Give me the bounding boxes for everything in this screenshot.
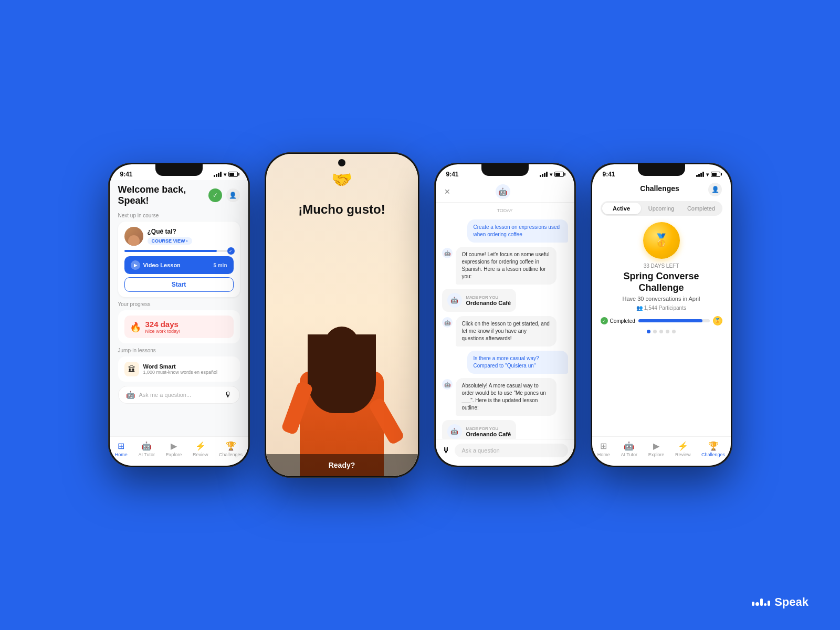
explore-icon-4: ▶ xyxy=(653,441,659,451)
mfy-content-1: MADE FOR YOU Ordenando Café xyxy=(466,295,511,306)
course-info: ¿Qué tal? COURSE VIEW › xyxy=(148,228,234,245)
battery-icon-4 xyxy=(711,172,720,177)
challenge-bar-fill xyxy=(638,319,702,322)
made-for-you-2[interactable]: 🤖 MADE FOR YOU Ordenando Café xyxy=(442,420,517,439)
bot-row-2: 🤖 Click on the lesson to get started, an… xyxy=(442,316,568,346)
challenges-icon: 🏆 xyxy=(226,441,236,451)
nav4-explore-label: Explore xyxy=(648,452,665,457)
tab-active[interactable]: Active xyxy=(602,203,641,214)
status-icons-3: ▾ xyxy=(540,172,564,177)
dot-2 xyxy=(653,330,657,333)
phone3-notch xyxy=(481,164,529,176)
nav4-review[interactable]: ⚡ Review xyxy=(675,441,691,457)
tab-completed[interactable]: Completed xyxy=(682,203,721,214)
nav-challenges-label: Challenges xyxy=(219,452,243,457)
home-icon: ⊞ xyxy=(118,441,124,451)
streak-row: 🔥 324 days Nice work today! xyxy=(124,316,234,338)
jump-item[interactable]: 🏛 Word Smart 1,000 must-know words en es… xyxy=(124,362,234,376)
wifi-icon-3: ▾ xyxy=(550,172,552,177)
mfy-content-2: MADE FOR YOU Ordenando Café xyxy=(466,426,511,437)
course-view-btn[interactable]: COURSE VIEW › xyxy=(148,237,192,245)
profile-icon-4[interactable]: 👤 xyxy=(708,183,722,196)
phone-video: 🤝 ¡Mucho gusto! xyxy=(265,152,419,478)
mfy-label-1: MADE FOR YOU xyxy=(466,295,511,300)
handshake-emoji: 🤝 xyxy=(331,170,352,190)
progress-medal: 🏅 xyxy=(713,316,722,326)
speak-bars xyxy=(752,598,770,606)
nav-challenges[interactable]: 🏆 Challenges xyxy=(219,441,243,457)
phone-notch xyxy=(155,164,203,176)
phone-chat: 9:41 ▾ ✕ 🤖 xyxy=(434,163,576,467)
review-icon-4: ⚡ xyxy=(678,441,688,451)
status-time-4: 9:41 xyxy=(603,171,615,178)
phone4-notch xyxy=(638,164,685,176)
p1-header-icons: ✓ 👤 xyxy=(208,188,240,202)
bar3 xyxy=(218,173,219,177)
person-container: Ready? xyxy=(266,217,418,476)
speak-logo-icon xyxy=(752,598,770,606)
bar-s1 xyxy=(752,602,754,606)
checkmark-icon[interactable]: ✓ xyxy=(208,188,222,202)
jump-sub: 1,000 must-know words en español xyxy=(143,370,218,375)
medal-icon: 🥇 xyxy=(643,222,680,259)
nav-explore[interactable]: ▶ Explore xyxy=(166,441,182,457)
completed-label: ✓ Completed xyxy=(601,317,635,324)
bot-icon: 🤖 xyxy=(496,184,510,199)
progress-check: ✓ xyxy=(227,247,235,255)
chat-header: ✕ 🤖 xyxy=(436,180,574,203)
long-hair xyxy=(308,334,376,413)
nav4-home[interactable]: ⊞ Home xyxy=(597,441,610,457)
participants-count: 1,544 Participants xyxy=(644,305,686,311)
home-icon-4: ⊞ xyxy=(600,441,607,451)
mic-icon[interactable]: 🎙 xyxy=(225,391,232,399)
bot-msg-3: Absolutely! A more casual way to order w… xyxy=(456,378,556,416)
person-figure xyxy=(284,308,400,476)
ai-icon: 🤖 xyxy=(126,391,135,399)
nav-home[interactable]: ⊞ Home xyxy=(115,441,128,457)
jump-title: Word Smart xyxy=(143,363,218,370)
chat-date: TODAY xyxy=(442,208,568,213)
tab-upcoming[interactable]: Upcoming xyxy=(642,203,681,214)
nav-review[interactable]: ⚡ Review xyxy=(193,441,208,457)
nav-home-label: Home xyxy=(115,452,128,457)
made-for-you-1[interactable]: 🤖 MADE FOR YOU Ordenando Café xyxy=(442,289,517,312)
nav4-ai-tutor[interactable]: 🤖 AI Tutor xyxy=(621,441,638,457)
phones-container: 9:41 ▾ Welcome back, xyxy=(87,131,753,499)
lesson-duration: 5 min xyxy=(213,262,227,268)
signal-bars-1 xyxy=(214,172,222,177)
completed-check: ✓ xyxy=(601,317,608,324)
avatar-head xyxy=(128,235,140,246)
nav4-review-label: Review xyxy=(675,452,691,457)
profile-icon[interactable]: 👤 xyxy=(226,188,240,202)
nav4-ai-label: AI Tutor xyxy=(621,452,638,457)
explore-icon: ▶ xyxy=(171,441,177,451)
chat-input[interactable]: Ask a question xyxy=(455,444,568,457)
mic-icon-chat[interactable]: 🎙 xyxy=(442,446,450,455)
mfy-icon-2: 🤖 xyxy=(447,424,462,439)
challenge-tabs: Active Upcoming Completed xyxy=(601,201,722,216)
bot-msg-1: Of course! Let's focus on some useful ex… xyxy=(456,247,556,285)
nav4-explore[interactable]: ▶ Explore xyxy=(648,441,665,457)
course-progress-bar: ✓ xyxy=(124,250,234,252)
bot-row-1: 🤖 Of course! Let's focus on some useful … xyxy=(442,247,568,285)
jump-section: 🏛 Word Smart 1,000 must-know words en es… xyxy=(118,356,240,382)
people-icon: 👥 xyxy=(636,305,643,311)
bot-msg-2: Click on the lesson to get started, and … xyxy=(456,316,556,346)
dot-center xyxy=(755,602,759,606)
mfy-title-1: Ordenando Café xyxy=(466,300,511,306)
ready-overlay[interactable]: Ready? xyxy=(266,454,418,476)
bot-avatar-2: 🤖 xyxy=(442,317,453,328)
p1-header: Welcome back, Speak! ✓ 👤 xyxy=(118,184,240,206)
bot-row-3: 🤖 Absolutely! A more casual way to order… xyxy=(442,378,568,416)
nav4-challenges[interactable]: 🏆 Challenges xyxy=(701,441,725,457)
bottom-nav-4: ⊞ Home 🤖 AI Tutor ▶ Explore ⚡ Review 🏆 xyxy=(592,436,731,466)
battery-icon-1 xyxy=(228,172,238,177)
speak-logo: Speak xyxy=(752,595,808,609)
jump-in-label: Jump-in lessons xyxy=(118,348,240,353)
close-icon[interactable]: ✕ xyxy=(444,187,450,196)
lesson-btn[interactable]: ▶ Video Lesson 5 min xyxy=(124,256,234,274)
nav-ai-tutor[interactable]: 🤖 AI Tutor xyxy=(139,441,155,457)
start-button[interactable]: Start xyxy=(124,277,234,292)
ready-text: Ready? xyxy=(329,461,355,469)
ask-bar[interactable]: 🤖 Ask me a question... 🎙 xyxy=(118,386,240,404)
